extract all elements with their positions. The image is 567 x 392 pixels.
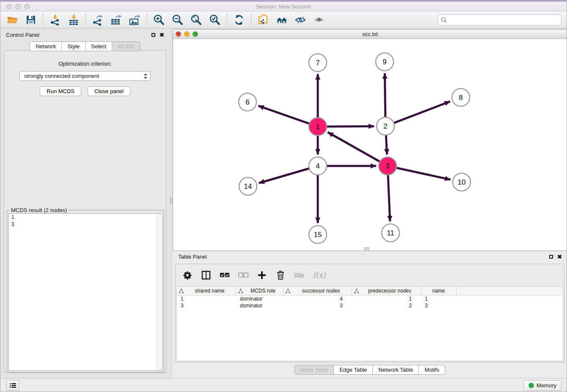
edge-2-3[interactable] bbox=[386, 134, 387, 155]
save-session-icon[interactable] bbox=[25, 14, 37, 26]
memory-button[interactable]: Memory bbox=[523, 380, 561, 391]
network-maximize-button[interactable]: + bbox=[193, 31, 198, 37]
close-panel-icon[interactable]: ✖ bbox=[160, 32, 164, 38]
zoom-out-icon[interactable] bbox=[172, 14, 184, 26]
deselect-all-rows-icon[interactable] bbox=[238, 270, 248, 280]
table-tab-motifs[interactable]: Motifs bbox=[418, 365, 445, 375]
tab-network[interactable]: Network bbox=[30, 41, 62, 51]
node-7[interactable]: 7 bbox=[309, 54, 327, 72]
select-stepper-icon bbox=[143, 73, 148, 79]
column-header-mcds-role[interactable]: MCDS role bbox=[236, 287, 284, 295]
result-item[interactable]: 3 bbox=[9, 221, 162, 228]
export-network-icon[interactable] bbox=[92, 14, 104, 26]
table-row[interactable]: 3dominator323 bbox=[177, 302, 563, 309]
svg-text:11: 11 bbox=[387, 229, 394, 237]
control-panel-tabs: NetworkStyleSelectMCDS bbox=[0, 41, 170, 51]
node-3[interactable]: 3 bbox=[379, 157, 396, 175]
hide-selected-icon[interactable] bbox=[295, 14, 306, 26]
edge-1-6[interactable] bbox=[259, 106, 311, 124]
edge-1-2[interactable] bbox=[325, 126, 374, 127]
table-toolbar: f(x) bbox=[176, 264, 564, 286]
table-cell: dominator bbox=[236, 296, 284, 302]
svg-text:2: 2 bbox=[383, 122, 387, 130]
table-cell: 1 bbox=[352, 296, 421, 302]
delete-column-icon[interactable] bbox=[275, 270, 286, 280]
zoom-in-icon[interactable] bbox=[153, 14, 165, 26]
table-tab-network-table[interactable]: Network Table bbox=[372, 365, 419, 375]
tab-mcds[interactable]: MCDS bbox=[112, 41, 140, 51]
network-canvas[interactable]: 7968124314101511 bbox=[173, 39, 567, 251]
main-toolbar bbox=[0, 11, 567, 28]
mcds-result-fieldset: MCDS result (2 nodes) 13 bbox=[7, 210, 164, 373]
zoom-fit-icon[interactable] bbox=[190, 14, 202, 26]
panel-splitter[interactable] bbox=[170, 29, 173, 375]
edge-2-8[interactable] bbox=[393, 102, 450, 124]
add-column-icon[interactable] bbox=[257, 270, 267, 280]
edge-2-9[interactable] bbox=[385, 73, 385, 119]
column-header-label: MCDS role bbox=[243, 288, 283, 294]
column-namespace-icon bbox=[354, 289, 359, 293]
network-close-button[interactable]: ✕ bbox=[176, 31, 181, 37]
run-mcds-button[interactable]: Run MCDS bbox=[40, 86, 81, 96]
table-cell: 3 bbox=[284, 303, 352, 309]
open-session-icon[interactable] bbox=[6, 14, 18, 26]
node-table-container: f(x) shared nameMCDS rolesuccessor nodes… bbox=[175, 264, 564, 362]
close-panel-button[interactable]: Close panel bbox=[88, 86, 130, 96]
network-minimize-button[interactable]: – bbox=[184, 31, 190, 37]
edge-4-14[interactable] bbox=[259, 168, 311, 183]
search-input[interactable] bbox=[438, 14, 561, 25]
table-tab-edge-table[interactable]: Edge Table bbox=[333, 365, 373, 375]
criterion-select[interactable]: strongly connected component bbox=[19, 71, 151, 81]
home-icon[interactable] bbox=[276, 14, 288, 26]
column-namespace-icon bbox=[238, 289, 243, 293]
tab-style[interactable]: Style bbox=[61, 41, 85, 51]
close-table-panel-icon[interactable]: ✖ bbox=[557, 254, 562, 259]
splitter-grip[interactable] bbox=[170, 197, 172, 204]
column-header-successor-nodes[interactable]: successor nodes bbox=[284, 287, 352, 295]
column-layout-icon[interactable] bbox=[201, 270, 211, 280]
node-2[interactable]: 2 bbox=[377, 117, 394, 135]
column-header-name[interactable]: name bbox=[421, 287, 457, 295]
zoom-selected-icon[interactable] bbox=[209, 14, 221, 26]
network-resize-grip[interactable] bbox=[364, 247, 369, 250]
import-table-icon[interactable] bbox=[68, 14, 80, 26]
refresh-view-icon[interactable] bbox=[233, 14, 245, 26]
show-all-icon[interactable] bbox=[313, 14, 325, 26]
select-all-rows-icon[interactable] bbox=[220, 270, 230, 280]
svg-text:4: 4 bbox=[316, 162, 319, 170]
status-bar: Memory bbox=[0, 378, 567, 392]
table-row[interactable]: 1dominator411 bbox=[177, 295, 563, 302]
node-10[interactable]: 10 bbox=[453, 173, 471, 191]
result-scrollbar[interactable] bbox=[157, 214, 162, 370]
svg-text:9: 9 bbox=[383, 58, 386, 66]
node-1[interactable]: 1 bbox=[309, 118, 327, 135]
column-header-shared-name[interactable]: shared name bbox=[177, 287, 236, 295]
node-8[interactable]: 8 bbox=[452, 88, 470, 106]
edge-3-10[interactable] bbox=[395, 168, 451, 180]
control-panel-title: Control Panel bbox=[6, 32, 39, 38]
table-tab-node-table[interactable]: Node Table bbox=[295, 365, 334, 375]
table-settings-icon[interactable] bbox=[182, 270, 193, 280]
node-11[interactable]: 11 bbox=[382, 224, 399, 242]
node-6[interactable]: 6 bbox=[239, 93, 256, 111]
result-item[interactable]: 1 bbox=[9, 214, 162, 221]
column-header-predecessor-nodes[interactable]: predecessor nodes bbox=[352, 287, 421, 295]
svg-text:10: 10 bbox=[458, 178, 466, 186]
task-history-button[interactable] bbox=[6, 380, 19, 391]
import-network-icon[interactable] bbox=[49, 14, 61, 26]
node-4[interactable]: 4 bbox=[309, 157, 327, 175]
export-table-icon[interactable] bbox=[110, 14, 122, 26]
export-image-icon[interactable] bbox=[129, 14, 141, 26]
svg-text:8: 8 bbox=[459, 94, 462, 102]
tab-select[interactable]: Select bbox=[85, 41, 112, 51]
table-cell: 1 bbox=[421, 296, 457, 302]
network-from-selection-icon[interactable] bbox=[257, 14, 269, 26]
node-9[interactable]: 9 bbox=[376, 53, 394, 71]
mcds-result-list[interactable]: 13 bbox=[8, 213, 162, 371]
edge-3-1[interactable] bbox=[328, 132, 381, 162]
edge-3-11[interactable] bbox=[388, 174, 390, 221]
float-panel-icon[interactable] bbox=[151, 33, 155, 37]
float-table-panel-icon[interactable] bbox=[549, 255, 553, 259]
node-14[interactable]: 14 bbox=[239, 177, 257, 195]
node-15[interactable]: 15 bbox=[309, 226, 327, 243]
